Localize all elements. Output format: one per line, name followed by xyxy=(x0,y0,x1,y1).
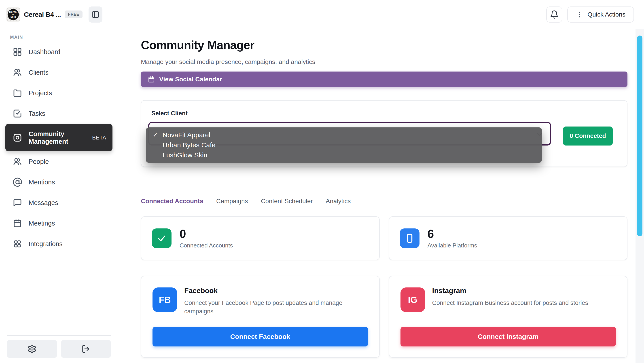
stat-value: 0 xyxy=(180,228,233,240)
logo-line1: Cereal xyxy=(9,11,18,13)
notifications-button[interactable] xyxy=(546,6,562,22)
dropdown-option-novafit[interactable]: ✓ NovaFit Apparel xyxy=(146,130,542,140)
calendar-icon xyxy=(148,75,155,83)
platform-description: Connect your Facebook Page to post updat… xyxy=(184,299,350,316)
check-icon xyxy=(152,228,172,248)
community-camera-icon xyxy=(12,133,22,143)
selected-check: ✓ xyxy=(153,130,158,140)
kebab-menu-icon xyxy=(576,11,584,18)
app-window: Cereal b4 Mi!k Cereal B4 ... FREE MAIN D… xyxy=(0,0,644,363)
stat-card-connected-accounts: 0 Connected Accounts xyxy=(141,216,380,260)
beta-badge: BETA xyxy=(92,135,106,141)
sidebar-nav: Dashboard Clients Projects Tasks Communi… xyxy=(0,41,118,254)
dropdown-option-label: NovaFit Apparel xyxy=(162,131,210,139)
at-sign-icon xyxy=(12,177,22,187)
main-content: Community Manager Manage your social med… xyxy=(118,29,644,363)
facebook-card: FB Facebook Connect your Facebook Page t… xyxy=(141,276,380,358)
sidebar-item-community-management[interactable]: Community Management BETA xyxy=(5,124,112,151)
sidebar-item-label: Projects xyxy=(28,89,52,97)
logo-line2: b4 xyxy=(12,14,14,15)
sidebar-item-integrations[interactable]: Integrations xyxy=(5,234,112,254)
client-dropdown-menu: ✓ NovaFit Apparel Urban Bytes Cafe LushG… xyxy=(146,127,542,163)
platforms-row: FB Facebook Connect your Facebook Page t… xyxy=(141,276,628,358)
logout-button[interactable] xyxy=(61,340,111,358)
platform-name: Instagram xyxy=(432,287,466,295)
folder-icon xyxy=(12,88,22,98)
plan-badge: FREE xyxy=(64,10,82,18)
message-icon xyxy=(12,198,22,208)
sidebar-item-label: Dashboard xyxy=(28,48,60,56)
sidebar-item-mentions[interactable]: Mentions xyxy=(5,172,112,192)
bell-icon xyxy=(550,10,559,19)
dropdown-option-label: LushGlow Skin xyxy=(162,151,207,159)
scrollbar-track[interactable] xyxy=(636,29,644,363)
gear-icon xyxy=(27,344,37,354)
view-social-calendar-button[interactable]: View Social Calendar xyxy=(141,71,628,87)
users-icon xyxy=(12,67,22,77)
page-subtitle: Manage your social media presence, campa… xyxy=(141,58,315,65)
settings-button[interactable] xyxy=(7,340,57,358)
sidebar-footer xyxy=(0,335,118,363)
sidebar-item-tasks[interactable]: Tasks xyxy=(5,103,112,124)
blocks-icon xyxy=(12,239,22,249)
stat-label: Available Platforms xyxy=(428,242,477,249)
sidebar-item-people[interactable]: People xyxy=(5,151,112,172)
connected-count-badge: 0 Connected xyxy=(563,126,613,145)
page-title: Community Manager xyxy=(141,38,254,52)
stat-label: Connected Accounts xyxy=(180,242,233,249)
sidebar-item-label: Community Management xyxy=(28,130,84,145)
platform-name: Facebook xyxy=(184,287,218,295)
grid-icon xyxy=(12,47,22,57)
client-selector-card: Select Client 0 Connected ✓ NovaFit Appa… xyxy=(141,100,628,167)
instagram-card: IG Instagram Connect Instagram Business … xyxy=(389,276,628,358)
sidebar-item-label: Meetings xyxy=(28,220,55,227)
workspace-title: Cereal B4 ... xyxy=(24,11,61,18)
sidebar-item-label: Integrations xyxy=(28,240,62,248)
sidebar-item-label: Clients xyxy=(28,69,48,76)
sidebar-item-dashboard[interactable]: Dashboard xyxy=(5,41,112,62)
facebook-icon: FB xyxy=(152,288,177,312)
sidebar-item-label: Mentions xyxy=(28,179,55,186)
sidebar-item-label: People xyxy=(28,158,49,165)
instagram-icon: IG xyxy=(400,288,425,312)
calendar-icon xyxy=(12,218,22,228)
sidebar-item-messages[interactable]: Messages xyxy=(5,192,112,213)
smartphone-icon xyxy=(400,228,420,248)
sidebar-header: Cereal b4 Mi!k Cereal B4 ... FREE xyxy=(0,0,118,29)
dropdown-option-lushglow[interactable]: LushGlow Skin xyxy=(146,150,542,160)
workspace-logo: Cereal b4 Mi!k xyxy=(6,7,20,22)
quick-actions-button[interactable]: Quick Actions xyxy=(567,6,634,22)
sidebar-section-label: MAIN xyxy=(10,35,118,40)
logo-text: Cereal b4 Mi!k xyxy=(8,9,19,20)
check-square-icon xyxy=(12,109,22,118)
top-header: Quick Actions xyxy=(118,0,644,29)
sidebar: Cereal b4 Mi!k Cereal B4 ... FREE MAIN D… xyxy=(0,0,118,363)
platform-description: Connect Instagram Business account for p… xyxy=(432,299,588,307)
sidebar-item-clients[interactable]: Clients xyxy=(5,62,112,83)
connect-facebook-button[interactable]: Connect Facebook xyxy=(152,327,368,347)
view-social-calendar-label: View Social Calendar xyxy=(159,76,222,83)
logo-line3: Mi!k xyxy=(10,16,16,18)
dropdown-option-urban-bytes[interactable]: Urban Bytes Cafe xyxy=(146,140,542,150)
quick-actions-label: Quick Actions xyxy=(588,11,626,18)
scrollbar-thumb[interactable] xyxy=(637,35,642,236)
sidebar-item-label: Messages xyxy=(28,199,58,207)
select-client-label: Select Client xyxy=(152,110,188,117)
stat-value: 6 xyxy=(428,228,477,240)
sidebar-item-projects[interactable]: Projects xyxy=(5,83,112,103)
logout-icon xyxy=(81,344,90,354)
stat-card-available-platforms: 6 Available Platforms xyxy=(389,216,628,260)
sidebar-toggle-button[interactable] xyxy=(88,6,102,22)
users-icon xyxy=(12,157,22,167)
stats-row: 0 Connected Accounts 6 Available Platfor… xyxy=(141,216,628,260)
sidebar-item-label: Tasks xyxy=(28,110,45,117)
dropdown-option-label: Urban Bytes Cafe xyxy=(162,141,216,149)
panel-left-icon xyxy=(91,10,100,19)
connect-instagram-button[interactable]: Connect Instagram xyxy=(400,327,616,347)
sidebar-item-meetings[interactable]: Meetings xyxy=(5,213,112,234)
